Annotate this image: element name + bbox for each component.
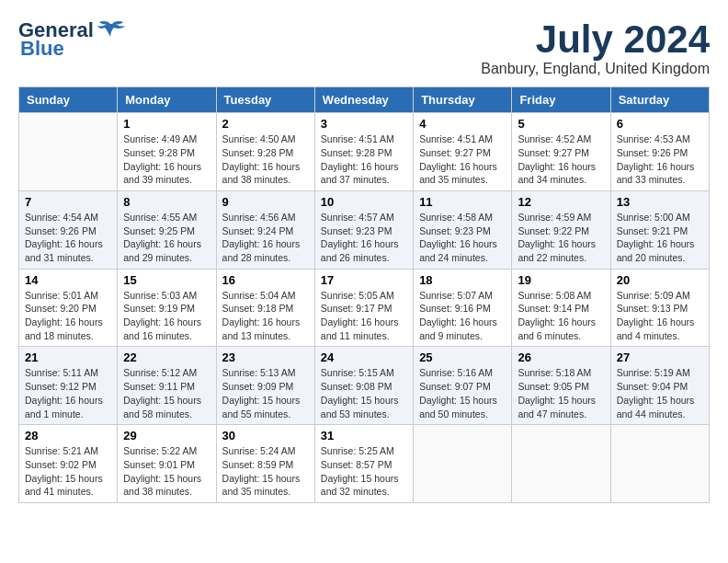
calendar-cell: 5Sunrise: 4:52 AM Sunset: 9:27 PM Daylig… (512, 113, 610, 191)
day-info: Sunrise: 5:16 AM Sunset: 9:07 PM Dayligh… (419, 366, 506, 420)
day-info: Sunrise: 5:08 AM Sunset: 9:14 PM Dayligh… (518, 289, 604, 343)
calendar-cell: 1Sunrise: 4:49 AM Sunset: 9:28 PM Daylig… (118, 113, 216, 191)
calendar-cell: 15Sunrise: 5:03 AM Sunset: 9:19 PM Dayli… (118, 269, 216, 347)
weekday-header-row: SundayMondayTuesdayWednesdayThursdayFrid… (19, 87, 710, 113)
day-number: 7 (25, 195, 111, 209)
day-info: Sunrise: 5:22 AM Sunset: 9:01 PM Dayligh… (123, 444, 210, 499)
day-number: 2 (222, 117, 309, 131)
calendar-cell: 20Sunrise: 5:09 AM Sunset: 9:13 PM Dayli… (610, 269, 709, 347)
calendar-week-row: 1Sunrise: 4:49 AM Sunset: 9:28 PM Daylig… (19, 113, 710, 191)
calendar-cell: 19Sunrise: 5:08 AM Sunset: 9:14 PM Dayli… (512, 269, 610, 347)
day-number: 27 (617, 350, 703, 364)
day-info: Sunrise: 5:24 AM Sunset: 8:59 PM Dayligh… (222, 444, 309, 499)
day-info: Sunrise: 5:00 AM Sunset: 9:21 PM Dayligh… (617, 211, 703, 265)
day-number: 26 (518, 350, 604, 364)
day-number: 12 (518, 195, 604, 209)
day-number: 17 (321, 273, 407, 287)
calendar-cell: 29Sunrise: 5:22 AM Sunset: 9:01 PM Dayli… (118, 425, 216, 503)
calendar-cell: 11Sunrise: 4:58 AM Sunset: 9:23 PM Dayli… (414, 190, 512, 269)
calendar-cell: 2Sunrise: 4:50 AM Sunset: 9:28 PM Daylig… (216, 113, 314, 191)
day-info: Sunrise: 5:07 AM Sunset: 9:16 PM Dayligh… (419, 289, 506, 343)
calendar-cell: 28Sunrise: 5:21 AM Sunset: 9:02 PM Dayli… (19, 425, 118, 503)
calendar-cell: 6Sunrise: 4:53 AM Sunset: 9:26 PM Daylig… (610, 113, 709, 191)
day-info: Sunrise: 4:51 AM Sunset: 9:27 PM Dayligh… (419, 132, 506, 187)
day-info: Sunrise: 5:03 AM Sunset: 9:19 PM Dayligh… (123, 289, 210, 343)
day-info: Sunrise: 4:49 AM Sunset: 9:28 PM Dayligh… (123, 132, 210, 187)
page-header: General Blue July 2024 Banbury, England,… (18, 18, 710, 77)
day-info: Sunrise: 4:52 AM Sunset: 9:27 PM Dayligh… (518, 132, 604, 187)
day-number: 30 (222, 429, 309, 442)
weekday-header-sunday: Sunday (19, 87, 118, 113)
day-info: Sunrise: 5:05 AM Sunset: 9:17 PM Dayligh… (321, 289, 407, 343)
day-number: 19 (518, 273, 604, 287)
weekday-header-saturday: Saturday (610, 87, 709, 113)
day-info: Sunrise: 4:54 AM Sunset: 9:26 PM Dayligh… (25, 211, 111, 265)
calendar-cell: 21Sunrise: 5:11 AM Sunset: 9:12 PM Dayli… (19, 347, 118, 425)
day-info: Sunrise: 5:11 AM Sunset: 9:12 PM Dayligh… (25, 366, 111, 420)
calendar-cell (512, 425, 610, 503)
calendar-cell: 4Sunrise: 4:51 AM Sunset: 9:27 PM Daylig… (414, 113, 512, 191)
day-number: 14 (25, 273, 111, 287)
calendar-week-row: 28Sunrise: 5:21 AM Sunset: 9:02 PM Dayli… (19, 425, 710, 503)
day-number: 28 (25, 429, 111, 442)
day-number: 22 (123, 350, 210, 364)
day-info: Sunrise: 4:58 AM Sunset: 9:23 PM Dayligh… (419, 211, 506, 265)
calendar-cell: 31Sunrise: 5:25 AM Sunset: 8:57 PM Dayli… (314, 425, 413, 503)
day-number: 23 (222, 350, 309, 364)
day-info: Sunrise: 4:53 AM Sunset: 9:26 PM Dayligh… (617, 132, 703, 187)
day-number: 31 (321, 429, 407, 442)
day-number: 16 (222, 273, 309, 287)
day-info: Sunrise: 5:21 AM Sunset: 9:02 PM Dayligh… (25, 444, 111, 499)
calendar-cell (610, 425, 709, 503)
calendar-table: SundayMondayTuesdayWednesdayThursdayFrid… (18, 86, 710, 503)
day-info: Sunrise: 5:09 AM Sunset: 9:13 PM Dayligh… (617, 289, 703, 343)
day-number: 24 (321, 350, 407, 364)
calendar-cell: 13Sunrise: 5:00 AM Sunset: 9:21 PM Dayli… (610, 190, 709, 269)
day-number: 9 (222, 195, 309, 209)
day-number: 1 (123, 117, 210, 131)
location-text: Banbury, England, United Kingdom (481, 61, 710, 77)
calendar-cell: 7Sunrise: 4:54 AM Sunset: 9:26 PM Daylig… (19, 190, 118, 269)
logo-blue-text: Blue (20, 37, 64, 61)
day-info: Sunrise: 5:19 AM Sunset: 9:04 PM Dayligh… (617, 366, 703, 420)
day-number: 5 (518, 117, 604, 131)
day-number: 15 (123, 273, 210, 287)
calendar-cell: 8Sunrise: 4:55 AM Sunset: 9:25 PM Daylig… (118, 190, 216, 269)
weekday-header-tuesday: Tuesday (216, 87, 314, 113)
calendar-cell: 25Sunrise: 5:16 AM Sunset: 9:07 PM Dayli… (414, 347, 512, 425)
day-info: Sunrise: 5:15 AM Sunset: 9:08 PM Dayligh… (321, 366, 407, 420)
calendar-cell: 17Sunrise: 5:05 AM Sunset: 9:17 PM Dayli… (314, 269, 413, 347)
day-number: 29 (123, 429, 210, 442)
calendar-week-row: 7Sunrise: 4:54 AM Sunset: 9:26 PM Daylig… (19, 190, 710, 269)
calendar-cell: 14Sunrise: 5:01 AM Sunset: 9:20 PM Dayli… (19, 269, 118, 347)
day-number: 6 (617, 117, 703, 131)
day-info: Sunrise: 5:04 AM Sunset: 9:18 PM Dayligh… (222, 289, 309, 343)
logo: General Blue (18, 18, 127, 61)
logo-bird-icon (97, 20, 127, 40)
calendar-week-row: 21Sunrise: 5:11 AM Sunset: 9:12 PM Dayli… (19, 347, 710, 425)
calendar-cell (414, 425, 512, 503)
day-info: Sunrise: 5:12 AM Sunset: 9:11 PM Dayligh… (123, 366, 210, 420)
day-info: Sunrise: 4:51 AM Sunset: 9:28 PM Dayligh… (321, 132, 407, 187)
weekday-header-thursday: Thursday (414, 87, 512, 113)
day-info: Sunrise: 5:25 AM Sunset: 8:57 PM Dayligh… (321, 444, 407, 499)
day-number: 3 (321, 117, 407, 131)
day-number: 10 (321, 195, 407, 209)
calendar-cell: 12Sunrise: 4:59 AM Sunset: 9:22 PM Dayli… (512, 190, 610, 269)
calendar-cell: 9Sunrise: 4:56 AM Sunset: 9:24 PM Daylig… (216, 190, 314, 269)
day-number: 11 (419, 195, 506, 209)
calendar-cell: 22Sunrise: 5:12 AM Sunset: 9:11 PM Dayli… (118, 347, 216, 425)
day-info: Sunrise: 5:18 AM Sunset: 9:05 PM Dayligh… (518, 366, 604, 420)
day-info: Sunrise: 5:01 AM Sunset: 9:20 PM Dayligh… (25, 289, 111, 343)
calendar-cell: 27Sunrise: 5:19 AM Sunset: 9:04 PM Dayli… (610, 347, 709, 425)
month-title: July 2024 (481, 18, 710, 61)
day-number: 4 (419, 117, 506, 131)
calendar-cell: 16Sunrise: 5:04 AM Sunset: 9:18 PM Dayli… (216, 269, 314, 347)
day-info: Sunrise: 4:55 AM Sunset: 9:25 PM Dayligh… (123, 211, 210, 265)
calendar-cell: 24Sunrise: 5:15 AM Sunset: 9:08 PM Dayli… (314, 347, 413, 425)
day-number: 13 (617, 195, 703, 209)
calendar-cell: 30Sunrise: 5:24 AM Sunset: 8:59 PM Dayli… (216, 425, 314, 503)
day-info: Sunrise: 4:50 AM Sunset: 9:28 PM Dayligh… (222, 132, 309, 187)
weekday-header-friday: Friday (512, 87, 610, 113)
day-number: 18 (419, 273, 506, 287)
